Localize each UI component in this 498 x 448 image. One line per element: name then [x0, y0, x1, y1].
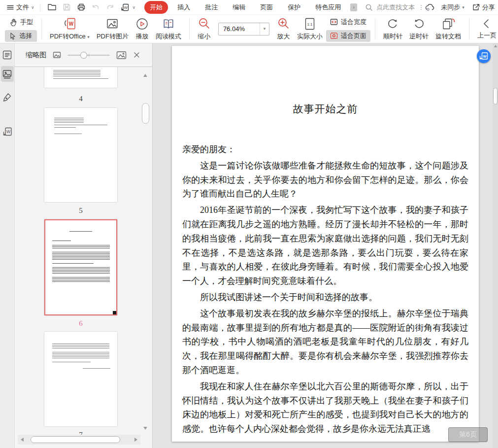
tab-insert[interactable]: 插入	[172, 1, 196, 14]
cursor-arrow-icon	[9, 32, 16, 40]
svg-text:W: W	[124, 5, 128, 9]
share-button[interactable]: 分享	[470, 2, 497, 13]
panel-horizontal-scrollbar[interactable]	[18, 435, 140, 445]
rotate-counterclockwise-button[interactable]: 逆时针	[406, 17, 432, 41]
tab-special-apps[interactable]: 特色应用	[310, 1, 346, 14]
divider	[469, 18, 469, 40]
scroll-up-arrow[interactable]	[494, 45, 497, 47]
scroll-right-arrow[interactable]	[134, 438, 137, 442]
thumbnail-label: 4	[44, 95, 117, 103]
paragraph: 这是一篇讨论你该做哪些准备才能拯救生命的短故事，这个问题涉及你的未来和过去，关乎…	[182, 159, 468, 201]
tab-protect[interactable]: 保护	[282, 1, 306, 14]
scroll-left-arrow[interactable]	[21, 438, 24, 442]
slider-knob[interactable]	[80, 52, 87, 59]
scroll-up-arrow[interactable]	[143, 74, 147, 77]
select-tool-button[interactable]: 选择	[5, 30, 37, 42]
save-button[interactable]	[63, 3, 71, 11]
play-button[interactable]: 播放	[132, 17, 152, 41]
document-title: 故事开始之前	[182, 102, 468, 116]
svg-text:W: W	[69, 21, 74, 27]
file-menu-label: 文件	[16, 3, 29, 12]
thumbnail-list: 4 5 6	[15, 67, 152, 448]
fit-page-button[interactable]: 适合页面	[326, 30, 370, 42]
toolbar-chevron-down-icon[interactable]: ∨	[133, 5, 136, 10]
tab-comment[interactable]: 批注	[199, 1, 223, 14]
hand-icon	[9, 18, 17, 27]
annotation-pen-button[interactable]	[1, 91, 14, 103]
redo-button[interactable]	[106, 3, 114, 11]
pointer-mode-group: 手型 选择	[5, 16, 37, 42]
document-viewer: 故事开始之前 亲爱的朋友： 这是一篇讨论你该做哪些准备才能拯救生命的短故事，这个…	[153, 43, 498, 448]
thumbnail-page-5[interactable]	[44, 108, 117, 202]
chevron-down-icon: ▾	[87, 34, 90, 39]
thumbnail-page-6-selected[interactable]	[44, 219, 117, 315]
thumbnail-page-4[interactable]	[44, 67, 117, 88]
cloud-sync-icon[interactable]	[425, 3, 435, 11]
chevron-down-icon: ∨	[31, 5, 34, 10]
zoom-in-button[interactable]: 放大	[273, 17, 294, 41]
paragraph: 我现在和家人住在赫尔辛堡以北六百公里的斯德哥尔摩，所以，出于怀旧情结，我认为这个…	[182, 379, 468, 436]
tab-page[interactable]: 页面	[255, 1, 278, 14]
search-placeholder: 点此查找文本	[376, 3, 415, 12]
paragraph: 所以我试图讲述一个关于时间和选择的故事。	[182, 290, 468, 305]
thumbnail-label-selected: 6	[44, 319, 117, 328]
svg-text:1:1: 1:1	[307, 22, 313, 26]
page-number-badge: 第6页	[448, 427, 488, 442]
magnifier-plus-icon	[277, 17, 290, 31]
actual-size-button[interactable]: 1:1 实际大小	[294, 17, 326, 41]
sync-status[interactable]: 未同步 ▾	[439, 2, 466, 13]
pdf-to-image-button[interactable]: PDF转图片	[93, 17, 132, 41]
svg-text:W: W	[6, 129, 10, 134]
fit-width-button[interactable]: 适合宽度	[326, 16, 370, 28]
thumbnail-size-slider[interactable]	[67, 52, 110, 59]
print-button[interactable]	[77, 3, 86, 11]
search-options-icon[interactable]: ⋮	[418, 4, 425, 11]
zoom-level-input[interactable]	[219, 25, 260, 33]
chevron-left-icon	[481, 18, 492, 30]
viewer-vertical-scrollbar[interactable]	[493, 43, 498, 448]
viewer-scrollbar-thumb[interactable]	[493, 88, 498, 104]
previous-page-button[interactable]: 上一页	[474, 18, 498, 40]
thumbnail-page-7[interactable]	[44, 332, 117, 426]
zoom-out-button[interactable]: 缩小	[194, 17, 214, 41]
export-word-panel-button[interactable]: W	[1, 125, 14, 138]
close-panel-icon[interactable]	[133, 51, 140, 59]
outline-panel-button[interactable]	[1, 48, 14, 61]
ribbon-toolbar: 手型 选择 W PDF转Office ▾ PDF转图片	[0, 15, 498, 43]
rotate-document-button[interactable]: 旋转文档	[432, 17, 465, 41]
rotate-clockwise-button[interactable]: 顺时针	[380, 17, 406, 41]
rotate-document-icon	[441, 17, 456, 31]
thumbnail-panel: 缩略图 4	[15, 43, 153, 448]
read-mode-button[interactable]: 阅读模式	[152, 17, 185, 41]
scroll-down-arrow[interactable]	[143, 427, 147, 430]
large-thumbnail-icon[interactable]	[116, 51, 127, 60]
fit-group: 适合宽度 适合页面	[326, 16, 370, 42]
panel-horizontal-scrollbar-thumb[interactable]	[31, 436, 120, 443]
tab-edit[interactable]: 编辑	[227, 1, 251, 14]
pdf-to-office-icon: W	[63, 17, 76, 31]
small-thumbnail-icon[interactable]	[53, 51, 61, 59]
menubar: 文件 ∨ W ∨ 开始 插入 批注 编辑 页面 保护 特色应用	[0, 0, 498, 15]
zoom-dropdown-button[interactable]: ▼	[260, 23, 269, 35]
tabs-overflow-button[interactable]: ›	[350, 3, 357, 11]
file-menu[interactable]: 文件 ∨	[5, 2, 36, 13]
tab-home[interactable]: 开始	[144, 1, 168, 14]
play-icon	[135, 17, 149, 31]
thumbnail-panel-button[interactable]	[1, 66, 14, 82]
undo-button[interactable]	[92, 3, 100, 11]
panel-vertical-scrollbar-thumb[interactable]	[142, 103, 149, 124]
open-file-button[interactable]	[47, 3, 57, 11]
rotate-counterclockwise-icon	[412, 17, 426, 31]
chevron-down-icon: ▾	[462, 5, 465, 10]
paragraph: 这个故事最初发表在我的故乡赫尔辛堡的报纸上。赫尔辛堡位于瑞典的最南端，故事里提到…	[182, 307, 468, 378]
thumbnail-resize-handle	[113, 311, 116, 314]
open-book-icon	[161, 17, 176, 31]
thumbnail-label: 5	[44, 207, 117, 215]
pdf-to-office-button[interactable]: W PDF转Office ▾	[46, 17, 93, 41]
fit-page-icon	[330, 32, 338, 39]
find-text-box[interactable]: 点此查找文本 ⋮	[365, 3, 425, 12]
pdf-to-word-floating-button[interactable]: W	[477, 49, 491, 63]
zoom-level-combobox[interactable]: ▼	[218, 23, 269, 35]
export-word-icon[interactable]: W	[120, 3, 130, 12]
hand-tool-button[interactable]: 手型	[5, 16, 37, 28]
